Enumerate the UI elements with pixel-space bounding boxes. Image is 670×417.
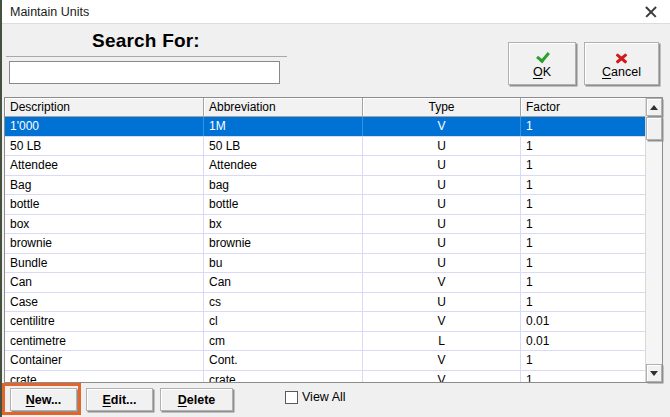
cell-type: U [363,293,521,312]
search-separator [6,56,287,57]
close-button[interactable] [640,1,662,23]
window-title: Maintain Units [10,0,89,24]
cell-type: U [363,254,521,273]
cell-abbreviation: Attendee [204,156,363,175]
table-row[interactable]: Bag bag U 1 [5,176,645,196]
table-row[interactable]: Bundle bu U 1 [5,254,645,274]
cell-description: Bundle [5,254,204,273]
column-header-factor[interactable]: Factor [521,98,645,117]
cell-description: Can [5,273,204,292]
cell-description: box [5,215,204,234]
table-row[interactable]: Can Can V 1 [5,273,645,293]
x-icon [615,52,629,64]
cell-factor: 1 [521,156,645,175]
scroll-up-button[interactable] [646,98,662,116]
cell-abbreviation: bottle [204,195,363,214]
ok-button-label: OK [533,65,551,79]
cell-description: centimetre [5,332,204,351]
edit-button[interactable]: Edit... [86,388,153,411]
cell-description: Attendee [5,156,204,175]
cell-type: V [363,351,521,370]
cell-description: bottle [5,195,204,214]
table-header: Description Abbreviation Type Factor [5,98,645,117]
cell-type: L [363,332,521,351]
table-row[interactable]: bottle bottle U 1 [5,195,645,215]
scroll-down-button[interactable] [646,364,662,382]
table-row[interactable]: box bx U 1 [5,215,645,235]
cell-factor: 1 [521,215,645,234]
cell-description: 1'000 [5,117,204,136]
close-icon [645,6,657,18]
footer: New... Edit... Delete View All [0,383,670,417]
vertical-scrollbar[interactable] [645,98,662,382]
cell-description: brownie [5,234,204,253]
cell-abbreviation: Can [204,273,363,292]
table-row[interactable]: 50 LB 50 LB U 1 [5,137,645,157]
cell-abbreviation: brownie [204,234,363,253]
scrollbar-thumb[interactable] [646,117,662,140]
column-header-abbreviation[interactable]: Abbreviation [204,98,363,117]
cell-type: U [363,215,521,234]
cell-description: centilitre [5,312,204,331]
cell-type: U [363,156,521,175]
new-button[interactable]: New... [10,388,77,411]
cell-description: 50 LB [5,137,204,156]
cell-type: U [363,137,521,156]
cell-type: U [363,234,521,253]
table-row[interactable]: centimetre cm L 0.01 [5,332,645,352]
table-row[interactable]: brownie brownie U 1 [5,234,645,254]
maintain-units-dialog: Maintain Units Search For: OK Cancel Des… [0,0,670,417]
ok-button[interactable]: OK [508,42,576,85]
cell-abbreviation: 1M [204,117,363,136]
cell-type: V [363,273,521,292]
column-header-description[interactable]: Description [5,98,204,117]
titlebar: Maintain Units [2,0,670,24]
cell-factor: 1 [521,273,645,292]
triangle-up-icon [650,105,658,110]
cell-factor: 1 [521,234,645,253]
view-all-label: View All [302,390,346,404]
view-all-checkbox[interactable] [285,391,298,404]
table-row[interactable]: 1'000 1M V 1 [5,117,645,137]
table-row[interactable]: centilitre cl V 0.01 [5,312,645,332]
cancel-button-label: Cancel [602,65,641,79]
triangle-down-icon [650,371,658,376]
cell-factor: 1 [521,351,645,370]
table-row[interactable]: Attendee Attendee U 1 [5,156,645,176]
cell-factor: 1 [521,137,645,156]
column-header-type[interactable]: Type [363,98,521,117]
cell-type: V [363,312,521,331]
cell-abbreviation: cl [204,312,363,331]
edit-button-label: Edit... [102,393,136,407]
cell-type: V [363,117,521,136]
window-left-border [0,0,2,417]
units-table: Description Abbreviation Type Factor 1'0… [4,97,663,383]
cell-abbreviation: cs [204,293,363,312]
table-body: 1'000 1M V 1 50 LB 50 LB U 1 Attendee At… [5,117,645,382]
search-input[interactable] [9,61,280,84]
cell-type: U [363,195,521,214]
delete-button-label: Delete [178,393,216,407]
cancel-button[interactable]: Cancel [584,42,659,85]
new-button-label: New... [26,393,62,407]
cell-description: crate [5,371,204,383]
check-icon [534,52,550,64]
cell-factor: 0.01 [521,312,645,331]
cell-abbreviation: crate [204,371,363,383]
table-row[interactable]: Case cs U 1 [5,293,645,313]
search-heading: Search For: [2,30,290,52]
table-row[interactable]: Container Cont. V 1 [5,351,645,371]
cell-abbreviation: bag [204,176,363,195]
cell-factor: 1 [521,117,645,136]
cell-factor: 0.01 [521,332,645,351]
cell-abbreviation: bx [204,215,363,234]
cell-factor: 1 [521,293,645,312]
table-row[interactable]: crate crate V 1 [5,371,645,383]
delete-button[interactable]: Delete [160,388,233,411]
cell-abbreviation: cm [204,332,363,351]
cell-factor: 1 [521,195,645,214]
cell-description: Container [5,351,204,370]
cell-factor: 1 [521,371,645,383]
cell-description: Bag [5,176,204,195]
cell-type: U [363,176,521,195]
